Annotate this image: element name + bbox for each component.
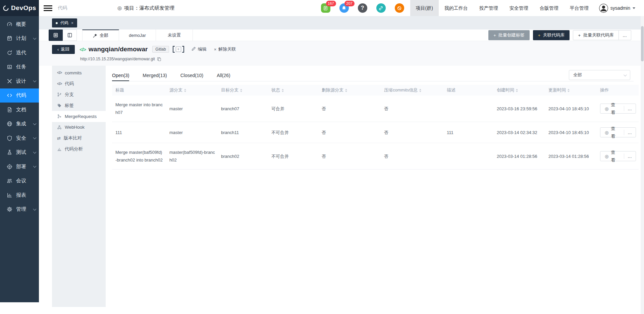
repo-tab-demojar[interactable]: demoJar	[119, 29, 156, 41]
sort-icon[interactable]	[419, 89, 421, 92]
repo-menu-webhook[interactable]: WebHook	[52, 122, 106, 133]
code-icon: </>	[57, 81, 62, 86]
repo-tab-unset[interactable]: 未设置	[156, 29, 193, 41]
sidebar-item-security[interactable]: 安全	[0, 131, 39, 145]
table-row: Merge master(baf509fd)-branch02 into bra…	[112, 143, 639, 170]
screen: DevOps 代码 ◎ 项目：瀑布式研发管理 167 207	[0, 0, 644, 314]
share-link-button[interactable]	[376, 3, 386, 13]
sidebar-item-iteration[interactable]: 迭代	[0, 46, 39, 60]
mr-table: 标题 源分支 目标分支 状态 删除源分支 压缩commits信息 描述 创建时间…	[112, 85, 639, 170]
link-repo-button[interactable]: + 关联代码库	[533, 30, 570, 40]
col-description: 描述	[443, 85, 493, 96]
cell-squash: 否	[381, 143, 443, 170]
copy-icon[interactable]	[157, 57, 161, 61]
view-button[interactable]: ◎查看	[600, 125, 624, 140]
todo-button[interactable]: 167	[321, 3, 330, 13]
notifications-button[interactable]: 207	[339, 3, 349, 13]
cell-updated: 2023-03-14 01:28:56	[545, 143, 597, 170]
row-more-button[interactable]: …	[624, 152, 636, 160]
col-status[interactable]: 状态	[268, 85, 318, 96]
user-menu[interactable]: sysadmin	[599, 4, 635, 13]
blocklist-button[interactable]	[395, 3, 404, 13]
chevron-down-icon	[33, 122, 37, 125]
col-target-branch[interactable]: 目标分支	[218, 85, 268, 96]
watch-eye-icon: ◎	[117, 5, 122, 11]
mr-tab-merged[interactable]: Merged(13)	[143, 70, 167, 81]
sidebar-item-test[interactable]: 测试	[0, 145, 39, 160]
sidebar-item-report[interactable]: 报表	[0, 188, 39, 202]
sort-icon[interactable]	[345, 89, 347, 92]
question-icon: ?	[358, 3, 367, 13]
cell-description	[443, 143, 493, 170]
view-button[interactable]: ◎查看	[600, 101, 624, 116]
close-icon[interactable]: ×	[71, 21, 73, 25]
repo-menu-code-analysis[interactable]: 代码分析	[52, 144, 106, 155]
sort-icon[interactable]	[568, 89, 570, 92]
repo-menu-version-compare[interactable]: ⇄ 版本比对	[52, 133, 106, 144]
flask-icon	[7, 149, 12, 155]
sort-icon[interactable]	[282, 89, 284, 92]
view-button[interactable]: ◎查看	[600, 148, 624, 164]
repo-menu-tags[interactable]: 标签	[52, 100, 106, 111]
cell-status: 可合并	[268, 96, 318, 122]
back-button[interactable]: ‹ 返回	[52, 45, 75, 54]
repo-menu-mergerequests[interactable]: MergeRequests	[52, 111, 106, 122]
topnav-workbench[interactable]: 我的工作台	[439, 0, 474, 16]
sidebar-item-manage[interactable]: 管理	[0, 202, 39, 217]
sidebar-item-overview[interactable]: 概要	[0, 17, 39, 32]
sidebar-item-document[interactable]: 文档	[0, 103, 39, 117]
unlink-repo-link[interactable]: × 解除关联	[214, 46, 236, 52]
col-updated[interactable]: 更新时间	[545, 85, 597, 96]
sidebar-item-deploy[interactable]: 部署	[0, 160, 39, 174]
repo-menu-commits[interactable]: </> commits	[52, 67, 106, 78]
eye-icon: ◎	[605, 105, 608, 113]
merge-icon	[57, 114, 62, 119]
batch-create-tag-button[interactable]: + 批量创建标签	[488, 30, 530, 40]
page-tab-code[interactable]: 代码 ×	[52, 18, 77, 27]
cell-source: master(baf509fd)-branch02	[166, 143, 218, 170]
row-more-button[interactable]: …	[624, 129, 636, 136]
eye-icon: ◎	[605, 129, 608, 136]
list-view-button[interactable]	[49, 29, 63, 41]
sort-icon[interactable]	[240, 89, 242, 92]
col-source-branch[interactable]: 源分支	[166, 85, 218, 96]
sidebar-item-code[interactable]: 代码	[0, 88, 39, 103]
mr-tab-all[interactable]: All(26)	[217, 70, 230, 81]
sidebar-item-plan[interactable]: 计划	[0, 32, 39, 46]
sidebar-item-integration[interactable]: 集成	[0, 117, 39, 131]
mr-tab-open[interactable]: Open(3)	[112, 70, 129, 81]
hamburger-menu-icon[interactable]	[44, 4, 52, 12]
batch-link-repo-button[interactable]: + 批量关联代码库	[573, 30, 619, 40]
more-actions-button[interactable]: …	[619, 33, 631, 38]
repo-tab-all[interactable]: 全部	[82, 29, 119, 41]
project-indicator: ◎ 项目：瀑布式研发管理	[117, 5, 174, 11]
sort-icon[interactable]	[516, 89, 518, 92]
col-squash-commits[interactable]: 压缩commits信息	[381, 85, 443, 96]
branch-filter-select[interactable]: 全部	[569, 70, 630, 80]
edit-repo-link[interactable]: 编辑	[192, 46, 207, 52]
col-delete-source[interactable]: 删除源分支	[318, 85, 381, 96]
chevron-down-icon	[33, 79, 37, 82]
scrollbar-thumb[interactable]	[641, 26, 644, 61]
mr-tabs: Open(3) Merged(13) Closed(10) All(26) 全部	[112, 70, 634, 81]
eye-icon: ◎	[605, 152, 608, 160]
topnav-platform[interactable]: 平台管理	[564, 0, 594, 16]
sidebar-item-meeting[interactable]: 会议	[0, 174, 39, 188]
topnav-production[interactable]: 投产管理	[474, 0, 504, 16]
topnav-release[interactable]: 合版管理	[534, 0, 564, 16]
add-tag-bracket-button[interactable]: +	[173, 46, 184, 53]
repo-menu-code[interactable]: </> 代码	[52, 78, 106, 89]
topnav-security[interactable]: 安全管理	[504, 0, 534, 16]
sort-icon[interactable]	[184, 89, 186, 92]
topnav-projects[interactable]: 项目(群)	[410, 0, 439, 16]
mr-tab-closed[interactable]: Closed(10)	[180, 70, 203, 81]
row-more-button[interactable]: …	[624, 105, 636, 113]
sidebar-item-task[interactable]: 任务	[0, 60, 39, 74]
col-created[interactable]: 创建时间	[493, 85, 545, 96]
topbar-right: 167 207 ?	[321, 0, 635, 16]
card-view-button[interactable]	[63, 29, 77, 41]
notice-count-badge: 207	[344, 1, 355, 6]
repo-menu-branches[interactable]: 分支	[52, 89, 106, 100]
help-button[interactable]: ?	[358, 3, 367, 13]
sidebar-item-design[interactable]: 设计	[0, 74, 39, 88]
